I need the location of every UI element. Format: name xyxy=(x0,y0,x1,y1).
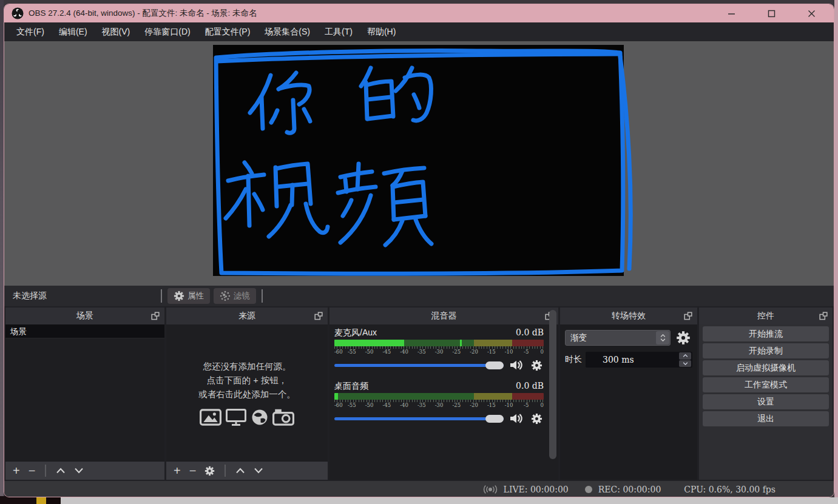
properties-label: 属性 xyxy=(188,291,204,301)
remove-source-button[interactable]: − xyxy=(189,465,197,477)
browser-source-icon xyxy=(251,409,269,426)
sources-toolbar: + − xyxy=(166,461,328,480)
duration-decrease-button[interactable] xyxy=(679,360,691,368)
mixer-scrollbar[interactable] xyxy=(549,310,556,459)
menu-scene-collection[interactable]: 场景集合(S) xyxy=(257,22,317,41)
menu-tools[interactable]: 工具(T) xyxy=(317,22,360,41)
start-streaming-button[interactable]: 开始推流 xyxy=(703,326,829,341)
window-title: OBS 27.2.4 (64-bit, windows) - 配置文件: 未命名… xyxy=(29,8,257,19)
studio-mode-button[interactable]: 工作室模式 xyxy=(703,377,829,392)
add-source-button[interactable]: + xyxy=(174,465,181,477)
transition-properties-button[interactable] xyxy=(674,329,692,346)
volume-slider-handle[interactable] xyxy=(485,415,504,423)
exit-button[interactable]: 退出 xyxy=(703,411,829,426)
menu-docks[interactable]: 停靠窗口(D) xyxy=(137,22,197,41)
channel-settings-button[interactable] xyxy=(529,360,544,371)
filters-label: 滤镜 xyxy=(234,291,250,301)
channel-name: 麦克风/Aux xyxy=(334,328,516,338)
volume-slider-handle[interactable] xyxy=(485,361,504,369)
volume-slider-track[interactable] xyxy=(334,417,504,420)
meter-tick-label: -55 xyxy=(348,402,356,408)
minimize-button[interactable] xyxy=(723,7,739,20)
meter-tick-label: -60 xyxy=(334,349,343,355)
properties-button[interactable]: 属性 xyxy=(167,288,210,304)
meter-tick-label: -5 xyxy=(524,402,529,408)
controls-panel-title: 控件 xyxy=(699,311,833,321)
sources-panel-header[interactable]: 来源 xyxy=(166,307,328,324)
menu-bar: 文件(F) 编辑(E) 视图(V) 停靠窗口(D) 配置文件(P) 场景集合(S… xyxy=(4,22,834,41)
meter-tick-label: -55 xyxy=(348,349,356,355)
meter-peak-indicator xyxy=(460,340,462,346)
close-button[interactable] xyxy=(803,7,819,20)
duration-input[interactable]: 300 ms xyxy=(586,352,692,368)
mute-button[interactable] xyxy=(509,413,524,424)
mixer-panel-header[interactable]: 混音器 xyxy=(329,307,558,324)
move-source-down-button[interactable] xyxy=(254,468,263,474)
scene-list-item[interactable]: 场景 xyxy=(5,324,164,338)
mute-button[interactable] xyxy=(509,360,524,371)
scenes-panel-header[interactable]: 场景 xyxy=(5,307,164,324)
transitions-panel-header[interactable]: 转场特效 xyxy=(560,307,697,324)
obs-window: OBS 27.2.4 (64-bit, windows) - 配置文件: 未命名… xyxy=(4,4,834,497)
meter-tick-label: -45 xyxy=(382,402,391,408)
separator xyxy=(45,465,46,477)
move-source-up-button[interactable] xyxy=(235,468,245,474)
volume-slider-track[interactable] xyxy=(334,364,504,367)
menu-edit[interactable]: 编辑(E) xyxy=(52,22,95,41)
sources-empty-state[interactable]: 您还没有添加任何源。 点击下面的 + 按钮， 或者右击此处添加一个。 xyxy=(166,324,328,461)
meter-scale: -60-55-50-45-40-35-30-25-20-15-10-50 xyxy=(334,402,544,409)
transition-select[interactable]: 渐变 xyxy=(565,330,671,346)
remove-scene-button[interactable]: − xyxy=(29,465,36,477)
no-source-label: 未选择源 xyxy=(13,291,157,301)
canvas-drawing xyxy=(208,41,639,284)
meter-tick-label: -60 xyxy=(334,402,343,408)
duration-increase-button[interactable] xyxy=(679,352,691,360)
popout-icon[interactable] xyxy=(819,312,828,320)
taskbar-folder-icon[interactable] xyxy=(36,497,46,504)
duration-value: 300 ms xyxy=(603,355,634,365)
menu-help[interactable]: 帮助(H) xyxy=(360,22,403,41)
transition-select-spinner[interactable] xyxy=(656,331,669,344)
meter-scale: -60-55-50-45-40-35-30-25-20-15-10-50 xyxy=(334,349,544,355)
volume-slider[interactable] xyxy=(334,361,504,369)
channel-db-value: 0.0 dB xyxy=(516,381,544,391)
move-scene-down-button[interactable] xyxy=(74,468,84,474)
popout-icon[interactable] xyxy=(684,312,692,320)
transitions-panel-title: 转场特效 xyxy=(560,311,697,321)
chevron-up-icon xyxy=(683,354,688,357)
add-scene-button[interactable]: + xyxy=(13,465,20,477)
meter-tick-label: -50 xyxy=(365,402,374,408)
filters-button[interactable]: 滤镜 xyxy=(214,288,256,304)
move-scene-up-button[interactable] xyxy=(56,468,66,474)
chevron-up-icon xyxy=(660,334,666,337)
sources-panel-title: 来源 xyxy=(166,311,328,321)
maximize-button[interactable] xyxy=(763,7,779,20)
transition-selected-value: 渐变 xyxy=(566,332,656,343)
menu-profile[interactable]: 配置文件(P) xyxy=(198,22,258,41)
preview-area[interactable] xyxy=(4,41,834,286)
gear-icon xyxy=(531,360,542,371)
volume-slider[interactable] xyxy=(334,414,504,423)
start-virtual-camera-button[interactable]: 启动虚拟摄像机 xyxy=(703,360,829,375)
settings-button[interactable]: 设置 xyxy=(703,394,829,409)
meter-tick-label: -5 xyxy=(524,349,529,355)
sources-empty-line: 您还没有添加任何源。 xyxy=(203,360,291,374)
source-type-icons xyxy=(200,409,294,426)
channel-settings-button[interactable] xyxy=(529,413,544,424)
menu-view[interactable]: 视图(V) xyxy=(95,22,138,41)
duration-spinners xyxy=(679,352,691,367)
desktop-strip-bottom xyxy=(0,497,838,504)
controls-panel-header[interactable]: 控件 xyxy=(699,307,833,324)
desktop-edge-right xyxy=(834,0,838,504)
scene-list-empty-space[interactable] xyxy=(5,338,164,461)
record-dot-icon xyxy=(584,485,593,494)
popout-icon[interactable] xyxy=(151,312,160,320)
source-properties-button[interactable] xyxy=(204,466,215,476)
popout-icon[interactable] xyxy=(314,312,323,320)
meter-tick-label: -30 xyxy=(435,349,444,355)
chevron-down-icon xyxy=(683,362,688,365)
meter-tick-label: -50 xyxy=(365,349,374,355)
menu-file[interactable]: 文件(F) xyxy=(9,22,52,41)
start-recording-button[interactable]: 开始录制 xyxy=(703,343,829,358)
meter-tick-label: -40 xyxy=(400,349,408,355)
